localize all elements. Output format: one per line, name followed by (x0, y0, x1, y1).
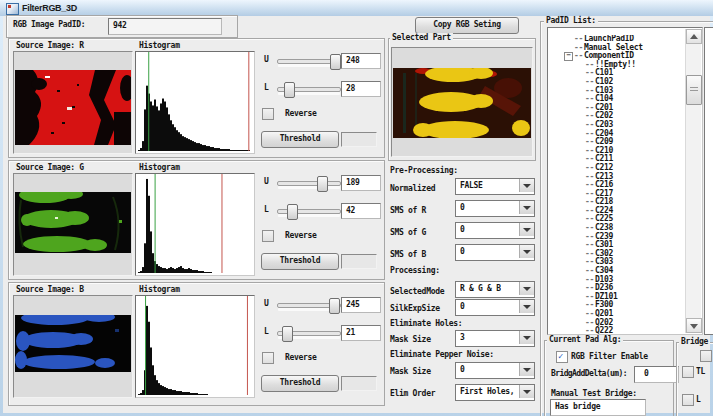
tree-item[interactable]: --D103 (548, 276, 686, 285)
bridge-top-checkbox[interactable] (700, 350, 712, 362)
scroll-down-icon[interactable] (686, 318, 702, 333)
b-reverse-checkbox[interactable] (262, 352, 274, 364)
tree-item[interactable]: --DZ101 (548, 293, 686, 302)
tree-item[interactable]: --C102 (548, 78, 686, 87)
histogram-g-label: Histogram (139, 163, 180, 172)
tree-item[interactable]: --C202 (548, 112, 686, 121)
r-upper-value-field[interactable]: 248 (341, 53, 381, 69)
chevron-down-icon[interactable] (519, 363, 534, 376)
g-lower-value-field[interactable]: 42 (341, 203, 381, 219)
right-clipped-panel (704, 27, 713, 335)
copy-rgb-setting-button[interactable]: Copy RGB Seting (415, 17, 519, 34)
g-lower-slider[interactable] (277, 209, 341, 214)
bridge-l-checkbox[interactable] (682, 394, 694, 406)
tree-item[interactable]: --C103 (548, 87, 686, 96)
silk-exp-size-select[interactable]: 0 (455, 299, 535, 316)
rgb-filter-enable-checkbox[interactable] (556, 351, 568, 363)
bridge-title: Bridge (679, 337, 710, 346)
tree-item[interactable]: --C201 (548, 104, 686, 113)
chevron-down-icon[interactable] (519, 245, 534, 258)
chevron-down-icon[interactable] (519, 223, 534, 236)
tree-item[interactable]: --C210 (548, 147, 686, 156)
tree-item[interactable]: --C238 (548, 224, 686, 233)
padid-list-title: PadID List: (544, 16, 598, 25)
tree-branch-line: -- (585, 163, 594, 172)
scroll-up-icon[interactable] (686, 29, 702, 44)
chevron-down-icon[interactable] (519, 385, 534, 398)
tree-item[interactable]: --C216 (548, 181, 686, 190)
selected-mode-select[interactable]: R & G & B (455, 281, 535, 298)
g-upper-slider[interactable] (277, 181, 341, 186)
sms-g-select[interactable]: 0 (455, 222, 535, 239)
bridge-add-delta-field[interactable]: 0 (634, 366, 679, 383)
chevron-down-icon[interactable] (519, 300, 534, 313)
b-upper-slider-thumb[interactable] (329, 298, 340, 314)
g-lower-slider-thumb[interactable] (287, 204, 298, 220)
normalized-select[interactable]: FALSE (455, 178, 535, 195)
r-reverse-checkbox[interactable] (262, 108, 274, 120)
padid-field[interactable]: 942 (108, 18, 222, 35)
tree-item[interactable]: --C212 (548, 164, 686, 173)
tree-item[interactable]: --C225 (548, 215, 686, 224)
tree-branch-line: -- (585, 77, 594, 86)
tree-item[interactable]: --Q201 (548, 310, 686, 319)
tree-item[interactable]: --!!Empty!! (548, 61, 686, 70)
tree-item[interactable]: --C209 (548, 138, 686, 147)
tree-item[interactable]: --C224 (548, 207, 686, 216)
sms-r-label: SMS of R (390, 206, 426, 215)
pepper-mask-size-select[interactable]: 0 (455, 362, 535, 379)
chevron-down-icon[interactable] (519, 331, 534, 344)
b-lower-slider[interactable] (277, 331, 341, 336)
chevron-down-icon[interactable] (519, 179, 534, 192)
tree-item[interactable]: --C211 (548, 155, 686, 164)
g-upper-value-field[interactable]: 189 (341, 175, 381, 191)
sms-r-select[interactable]: 0 (455, 200, 535, 217)
tree-item[interactable]: --C218 (548, 198, 686, 207)
tree-scrollbar[interactable] (685, 29, 701, 333)
tree-item[interactable]: --C203 (548, 121, 686, 130)
r-upper-slider[interactable] (277, 59, 341, 64)
tree-item[interactable]: --Q202 (548, 319, 686, 328)
chevron-down-icon[interactable] (519, 282, 534, 295)
tree-item[interactable]: --C101 (548, 69, 686, 78)
tree-item[interactable]: --Q222 (548, 327, 686, 334)
r-lower-slider-thumb[interactable] (284, 82, 295, 98)
tree-item[interactable]: --C213 (548, 173, 686, 182)
r-lower-value-field[interactable]: 28 (341, 81, 381, 97)
r-lower-label: L (264, 83, 269, 92)
g-reverse-checkbox[interactable] (262, 230, 274, 242)
b-lower-slider-thumb[interactable] (282, 326, 293, 342)
elim-order-select[interactable]: First Holes, (455, 384, 535, 401)
b-lower-value-field[interactable]: 21 (341, 325, 381, 341)
tree-item[interactable]: --C302 (548, 250, 686, 259)
tree-item[interactable]: --C301 (548, 241, 686, 250)
manual-test-bridge-field[interactable]: Has bridge (550, 399, 646, 416)
tree-item[interactable]: --C217 (548, 190, 686, 199)
tree-item[interactable]: --C303 (548, 258, 686, 267)
b-upper-value-field[interactable]: 245 (341, 297, 381, 313)
padid-tree[interactable]: --LaunchPadID--Manual Select−--Component… (547, 27, 703, 335)
tree-branch-line: -- (574, 51, 583, 60)
b-upper-slider[interactable] (277, 303, 341, 308)
r-upper-slider-thumb[interactable] (330, 54, 341, 70)
tree-item[interactable]: --F300 (548, 301, 686, 310)
histogram-b-chart (136, 296, 252, 395)
scrollbar-thumb[interactable] (686, 75, 702, 105)
g-threshold-button[interactable]: Threshold (261, 253, 339, 270)
r-threshold-button[interactable]: Threshold (261, 131, 339, 148)
sms-b-select[interactable]: 0 (455, 244, 535, 261)
r-lower-slider[interactable] (277, 87, 341, 92)
holes-mask-size-select[interactable]: 3 (455, 330, 535, 347)
tree-item[interactable]: --C204 (548, 130, 686, 139)
b-lower-label: L (264, 327, 269, 336)
g-upper-slider-thumb[interactable] (317, 176, 328, 192)
tree-item[interactable]: --C239 (548, 233, 686, 242)
b-threshold-button[interactable]: Threshold (261, 375, 339, 392)
titlebar[interactable]: FilterRGB_3D (0, 0, 713, 16)
tree-item[interactable]: --C104 (548, 95, 686, 104)
bridge-tl-checkbox[interactable] (682, 366, 694, 378)
tree-item[interactable]: --C304 (548, 267, 686, 276)
tree-branch-line: -- (585, 309, 594, 318)
chevron-down-icon[interactable] (519, 201, 534, 214)
padid-value: 942 (113, 21, 127, 30)
